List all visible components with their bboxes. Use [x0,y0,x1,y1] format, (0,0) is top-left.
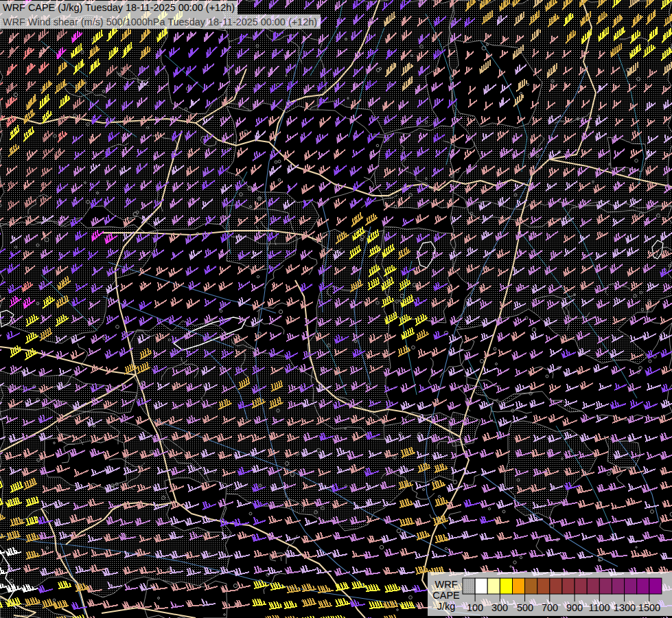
svg-text:700: 700 [542,602,558,613]
svg-text:J/kg: J/kg [437,601,456,612]
svg-text:CAPE: CAPE [432,590,460,601]
svg-text:1100: 1100 [588,602,610,613]
svg-text:300: 300 [491,602,508,613]
svg-text:1500: 1500 [638,602,660,613]
svg-text:1300: 1300 [614,602,636,613]
svg-text:500: 500 [517,602,533,613]
svg-text:WRF CAPE (J/kg) Tuesday 18-11-: WRF CAPE (J/kg) Tuesday 18-11-2025 00:00… [3,1,235,13]
svg-text:WRF Wind shear (m/s) 500/1000h: WRF Wind shear (m/s) 500/1000hPa Tuesday… [3,16,317,27]
svg-text:WRF: WRF [435,579,457,590]
svg-text:900: 900 [566,602,583,613]
svg-text:100: 100 [467,602,483,613]
